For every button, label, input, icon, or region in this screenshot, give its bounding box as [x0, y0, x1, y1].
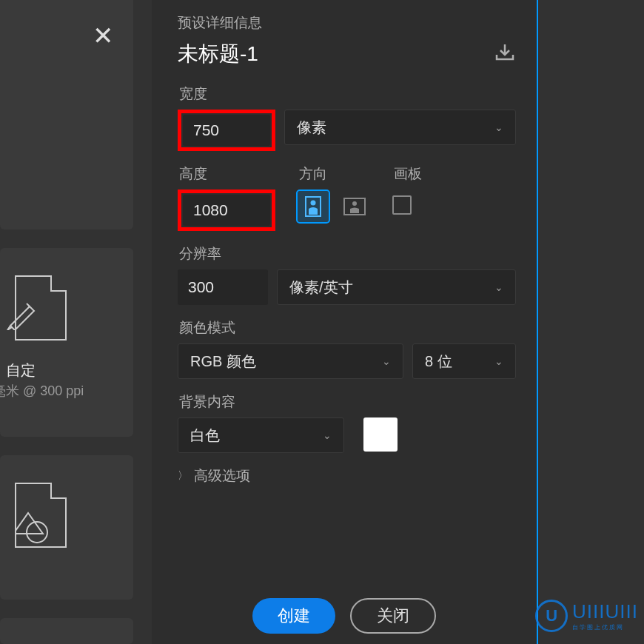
- height-label: 高度: [179, 164, 275, 184]
- close-icon[interactable]: ✕: [93, 21, 113, 50]
- preset-subtitle: 毫米 @ 300 ppi: [0, 382, 133, 400]
- orientation-portrait-button[interactable]: [298, 191, 329, 222]
- orientation-landscape-button[interactable]: [339, 191, 370, 222]
- bitdepth-value: 8 位: [425, 352, 452, 372]
- artboard-label: 画板: [394, 164, 422, 184]
- advanced-options-toggle[interactable]: 〉 高级选项: [178, 466, 516, 486]
- svg-point-2: [311, 201, 316, 206]
- preset-card-extra[interactable]: [0, 618, 133, 644]
- width-unit-dropdown[interactable]: 像素 ⌄: [284, 110, 516, 145]
- resolution-unit-dropdown[interactable]: 像素/英寸 ⌄: [277, 269, 516, 305]
- shapes-document-icon: [0, 479, 78, 553]
- width-label: 宽度: [179, 84, 516, 104]
- preset-details-panel: 预设详细信息 未标题-1 宽度 像素 ⌄ 高度 方向: [152, 0, 537, 644]
- chevron-down-icon: ⌄: [382, 355, 391, 367]
- resolution-label: 分辨率: [179, 244, 516, 264]
- panel-header: 预设详细信息: [178, 13, 516, 33]
- height-highlight: [178, 189, 275, 231]
- background-value: 白色: [190, 426, 220, 446]
- chevron-right-icon: 〉: [178, 469, 188, 483]
- height-input[interactable]: [183, 195, 270, 226]
- chevron-down-icon: ⌄: [494, 121, 503, 133]
- right-gutter: [538, 0, 644, 644]
- background-label: 背景内容: [179, 392, 516, 412]
- chevron-down-icon: ⌄: [494, 281, 503, 293]
- width-input[interactable]: [183, 115, 270, 146]
- custom-document-icon: [0, 272, 78, 346]
- preset-card-shapes[interactable]: [0, 455, 133, 600]
- create-button[interactable]: 创建: [252, 598, 335, 634]
- document-title[interactable]: 未标题-1: [178, 40, 258, 68]
- chevron-down-icon: ⌄: [323, 429, 332, 441]
- colormode-label: 颜色模式: [179, 318, 516, 338]
- resolution-input[interactable]: [178, 269, 268, 305]
- resolution-unit-value: 像素/英寸: [289, 278, 353, 298]
- preset-card-custom[interactable]: 自定 毫米 @ 300 ppi: [0, 248, 133, 437]
- watermark-logo-icon: U: [535, 600, 568, 632]
- save-preset-icon[interactable]: [494, 43, 516, 65]
- width-highlight: [178, 110, 275, 151]
- close-button[interactable]: 关闭: [350, 598, 436, 634]
- advanced-label: 高级选项: [194, 466, 250, 486]
- preset-label: 自定: [6, 360, 133, 380]
- watermark: U UIIIUIII 自学图上优质网: [535, 600, 638, 632]
- width-unit-value: 像素: [297, 118, 326, 138]
- artboard-checkbox[interactable]: [392, 195, 412, 215]
- chevron-down-icon: ⌄: [494, 355, 503, 367]
- background-swatch[interactable]: [363, 417, 398, 452]
- svg-point-4: [352, 201, 357, 206]
- colormode-dropdown[interactable]: RGB 颜色 ⌄: [178, 343, 403, 379]
- orientation-label: 方向: [299, 164, 370, 184]
- background-dropdown[interactable]: 白色 ⌄: [178, 417, 344, 453]
- bitdepth-dropdown[interactable]: 8 位 ⌄: [412, 343, 516, 379]
- colormode-value: RGB 颜色: [190, 352, 256, 372]
